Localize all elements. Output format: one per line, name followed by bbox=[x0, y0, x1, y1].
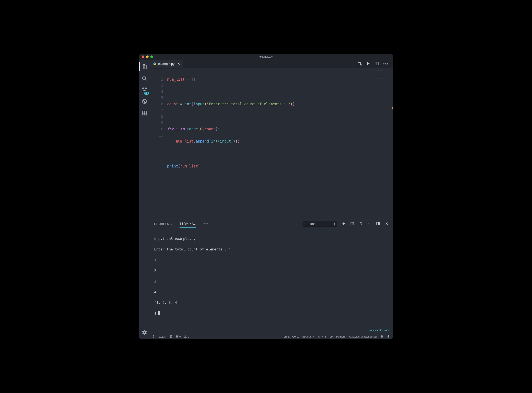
extensions-icon[interactable] bbox=[139, 109, 150, 117]
svg-point-0 bbox=[142, 76, 146, 79]
svg-point-32 bbox=[382, 336, 382, 336]
terminal-output[interactable]: $ python3 example.py Enter the total cou… bbox=[150, 228, 393, 329]
panel-tab-terminal[interactable]: TERMINAL bbox=[180, 220, 196, 228]
scm-badge: 20 bbox=[144, 92, 149, 95]
more-actions-icon[interactable]: ••• bbox=[383, 61, 389, 66]
editor-tabs: example.py ✕ ••• bbox=[150, 60, 393, 68]
panel-more-icon[interactable]: ••• bbox=[203, 221, 209, 226]
svg-rect-9 bbox=[145, 113, 147, 115]
git-branch-status[interactable]: master* bbox=[153, 335, 167, 338]
new-terminal-icon[interactable] bbox=[342, 222, 345, 226]
vscode-window: example.py 20 bbox=[139, 54, 393, 339]
watermark: codevscolor.com bbox=[150, 329, 393, 334]
close-panel-icon[interactable] bbox=[385, 222, 389, 226]
kill-terminal-icon[interactable] bbox=[359, 222, 363, 226]
svg-rect-8 bbox=[142, 113, 144, 115]
activity-bar: 20 bbox=[139, 60, 150, 339]
svg-line-13 bbox=[361, 65, 361, 65]
encoding-status[interactable]: UTF-8 bbox=[318, 335, 326, 338]
toggle-panel-position-icon[interactable] bbox=[376, 222, 380, 226]
maximize-window-button[interactable] bbox=[150, 55, 153, 58]
cursor-position-status[interactable]: Ln 13, Col 1 bbox=[284, 335, 299, 338]
window-title: example.py bbox=[139, 55, 393, 58]
svg-point-12 bbox=[360, 64, 361, 65]
warnings-status[interactable]: 0 bbox=[184, 335, 189, 338]
notifications-icon[interactable] bbox=[387, 335, 390, 338]
svg-rect-10 bbox=[145, 111, 147, 113]
tab-filename: example.py bbox=[158, 62, 175, 66]
search-icon[interactable] bbox=[139, 74, 150, 83]
split-terminal-icon[interactable] bbox=[350, 222, 354, 226]
bottom-panel: PROBLEMS TERMINAL ••• 1: bash ▴▾ bbox=[150, 219, 393, 334]
diagnostic-status[interactable]: Variables extraction fail bbox=[348, 335, 377, 338]
line-gutter: 1 2 3 4 5 6 7 8 9 10 11 bbox=[150, 70, 167, 219]
source-control-icon[interactable]: 20 bbox=[139, 86, 150, 94]
run-icon[interactable] bbox=[366, 61, 370, 67]
terminal-select[interactable]: 1: bash ▴▾ bbox=[303, 221, 337, 227]
terminal-cursor bbox=[158, 311, 160, 315]
eol-status[interactable]: LF bbox=[330, 335, 333, 338]
sync-icon[interactable] bbox=[169, 335, 172, 338]
settings-gear-icon[interactable] bbox=[139, 328, 150, 337]
python-file-icon bbox=[153, 62, 156, 66]
maximize-panel-icon[interactable] bbox=[368, 222, 371, 226]
tab-example-py[interactable]: example.py ✕ bbox=[150, 60, 183, 68]
code-editor[interactable]: 1 2 3 4 5 6 7 8 9 10 11 num_list = [] co… bbox=[150, 68, 393, 219]
status-bar: master* 0 0 Ln 13, Col 1 bbox=[150, 334, 393, 339]
svg-point-25 bbox=[153, 337, 154, 338]
minimize-window-button[interactable] bbox=[146, 55, 149, 58]
svg-point-31 bbox=[381, 336, 382, 336]
errors-status[interactable]: 0 bbox=[176, 335, 181, 338]
svg-point-29 bbox=[185, 337, 185, 337]
panel-tab-problems[interactable]: PROBLEMS bbox=[154, 220, 172, 228]
svg-rect-7 bbox=[142, 111, 144, 113]
code-content: num_list = [] count = int(input("Enter t… bbox=[167, 70, 393, 219]
explorer-icon[interactable] bbox=[139, 62, 150, 71]
svg-point-30 bbox=[381, 335, 383, 338]
svg-line-1 bbox=[145, 79, 147, 80]
split-editor-icon[interactable] bbox=[374, 61, 379, 67]
svg-rect-11 bbox=[358, 62, 360, 65]
titlebar: example.py bbox=[139, 54, 393, 60]
indentation-status[interactable]: Spaces: 4 bbox=[302, 335, 315, 338]
debug-icon[interactable] bbox=[139, 97, 150, 106]
svg-rect-21 bbox=[378, 222, 379, 225]
open-changes-icon[interactable] bbox=[357, 61, 362, 67]
svg-point-2 bbox=[143, 88, 144, 88]
traffic-lights bbox=[142, 55, 153, 58]
close-window-button[interactable] bbox=[142, 55, 144, 58]
overview-ruler-marker bbox=[392, 107, 393, 109]
feedback-icon[interactable] bbox=[380, 335, 383, 338]
minimap[interactable] bbox=[377, 70, 392, 84]
close-tab-icon[interactable]: ✕ bbox=[177, 62, 180, 66]
svg-point-3 bbox=[145, 88, 146, 88]
svg-point-24 bbox=[153, 336, 154, 336]
svg-point-26 bbox=[155, 336, 155, 336]
language-mode-status[interactable]: Python bbox=[336, 335, 345, 338]
